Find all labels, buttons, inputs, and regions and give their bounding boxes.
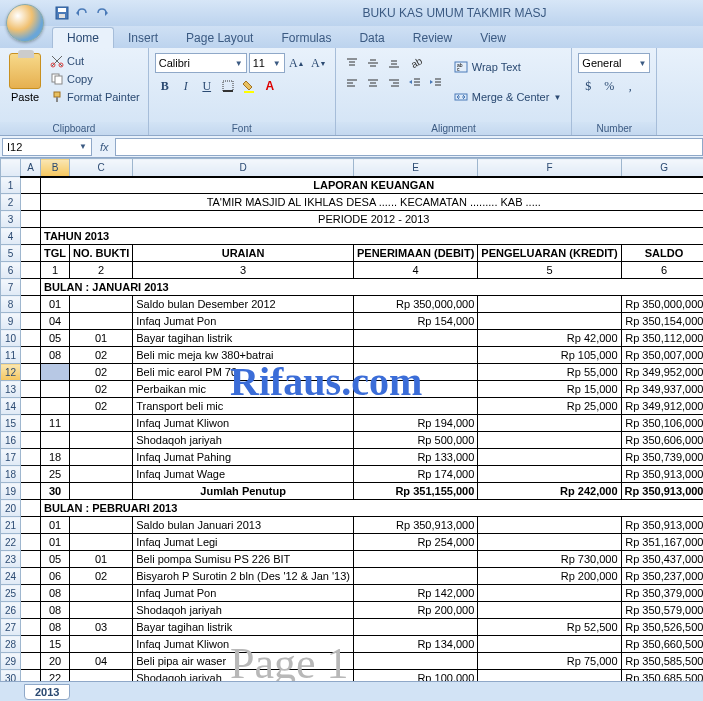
cell-A30[interactable] bbox=[21, 670, 41, 682]
cell-G25[interactable]: Rp 350,379,000 bbox=[621, 585, 703, 602]
cell-C29[interactable]: 04 bbox=[70, 653, 133, 670]
tab-view[interactable]: View bbox=[466, 28, 520, 48]
cell-G30[interactable]: Rp 350,685,500 bbox=[621, 670, 703, 682]
row-header-22[interactable]: 22 bbox=[1, 534, 21, 551]
row-header-5[interactable]: 5 bbox=[1, 245, 21, 262]
shrink-font-button[interactable]: A▼ bbox=[309, 53, 329, 73]
undo-icon[interactable] bbox=[74, 5, 90, 21]
row-header-20[interactable]: 20 bbox=[1, 500, 21, 517]
cell-F16[interactable] bbox=[478, 432, 621, 449]
paste-button[interactable]: Paste bbox=[6, 51, 44, 103]
row-header-3[interactable]: 3 bbox=[1, 211, 21, 228]
cell-A3[interactable] bbox=[21, 211, 41, 228]
cell-B8[interactable]: 01 bbox=[41, 296, 70, 313]
cell-F15[interactable] bbox=[478, 415, 621, 432]
cell-D6[interactable]: 3 bbox=[133, 262, 354, 279]
save-icon[interactable] bbox=[54, 5, 70, 21]
cell-C12[interactable]: 02 bbox=[70, 364, 133, 381]
cell-F19[interactable]: Rp 242,000 bbox=[478, 483, 621, 500]
tab-page-layout[interactable]: Page Layout bbox=[172, 28, 267, 48]
cell-E22[interactable]: Rp 254,000 bbox=[353, 534, 477, 551]
cell-A1[interactable] bbox=[21, 177, 41, 194]
cell-A10[interactable] bbox=[21, 330, 41, 347]
cell-A16[interactable] bbox=[21, 432, 41, 449]
cell-E12[interactable] bbox=[353, 364, 477, 381]
cell-E14[interactable] bbox=[353, 398, 477, 415]
row-header-21[interactable]: 21 bbox=[1, 517, 21, 534]
row-header-17[interactable]: 17 bbox=[1, 449, 21, 466]
cell-G21[interactable]: Rp 350,913,000 bbox=[621, 517, 703, 534]
row-header-1[interactable]: 1 bbox=[1, 177, 21, 194]
grow-font-button[interactable]: A▲ bbox=[287, 53, 307, 73]
cell-B26[interactable]: 08 bbox=[41, 602, 70, 619]
row-header-10[interactable]: 10 bbox=[1, 330, 21, 347]
cell-F21[interactable] bbox=[478, 517, 621, 534]
cell-C19[interactable] bbox=[70, 483, 133, 500]
cell-B22[interactable]: 01 bbox=[41, 534, 70, 551]
cell-E15[interactable]: Rp 194,000 bbox=[353, 415, 477, 432]
cell-E25[interactable]: Rp 142,000 bbox=[353, 585, 477, 602]
align-left-button[interactable] bbox=[342, 73, 362, 93]
cell-B16[interactable] bbox=[41, 432, 70, 449]
cell-A23[interactable] bbox=[21, 551, 41, 568]
cell-A29[interactable] bbox=[21, 653, 41, 670]
cell-C18[interactable] bbox=[70, 466, 133, 483]
cell-E17[interactable]: Rp 133,000 bbox=[353, 449, 477, 466]
row-header-2[interactable]: 2 bbox=[1, 194, 21, 211]
cell-C30[interactable] bbox=[70, 670, 133, 682]
cell-C21[interactable] bbox=[70, 517, 133, 534]
cell-G5[interactable]: SALDO bbox=[621, 245, 703, 262]
decrease-indent-button[interactable] bbox=[405, 73, 425, 93]
align-middle-button[interactable] bbox=[363, 53, 383, 73]
font-color-button[interactable]: A bbox=[260, 76, 280, 96]
cell-B2[interactable]: TA'MIR MASJID AL IKHLAS DESA ...... KECA… bbox=[41, 194, 704, 211]
align-right-button[interactable] bbox=[384, 73, 404, 93]
cell-B21[interactable]: 01 bbox=[41, 517, 70, 534]
row-header-4[interactable]: 4 bbox=[1, 228, 21, 245]
cell-C14[interactable]: 02 bbox=[70, 398, 133, 415]
name-box[interactable]: I12▼ bbox=[2, 138, 92, 156]
cell-D26[interactable]: Shodaqoh jariyah bbox=[133, 602, 354, 619]
row-header-30[interactable]: 30 bbox=[1, 670, 21, 682]
row-header-12[interactable]: 12 bbox=[1, 364, 21, 381]
row-header-26[interactable]: 26 bbox=[1, 602, 21, 619]
row-header-8[interactable]: 8 bbox=[1, 296, 21, 313]
cell-A27[interactable] bbox=[21, 619, 41, 636]
redo-icon[interactable] bbox=[94, 5, 110, 21]
wrap-text-button[interactable]: abcWrap Text bbox=[450, 53, 566, 81]
cell-E23[interactable] bbox=[353, 551, 477, 568]
cell-E13[interactable] bbox=[353, 381, 477, 398]
cell-F26[interactable] bbox=[478, 602, 621, 619]
row-header-15[interactable]: 15 bbox=[1, 415, 21, 432]
cell-E10[interactable] bbox=[353, 330, 477, 347]
col-header-B[interactable]: B bbox=[41, 159, 70, 177]
cell-D27[interactable]: Bayar tagihan listrik bbox=[133, 619, 354, 636]
cell-G6[interactable]: 6 bbox=[621, 262, 703, 279]
cell-F13[interactable]: Rp 15,000 bbox=[478, 381, 621, 398]
cell-D17[interactable]: Infaq Jumat Pahing bbox=[133, 449, 354, 466]
cell-G17[interactable]: Rp 350,739,000 bbox=[621, 449, 703, 466]
cell-F9[interactable] bbox=[478, 313, 621, 330]
cell-B17[interactable]: 18 bbox=[41, 449, 70, 466]
cell-A21[interactable] bbox=[21, 517, 41, 534]
cell-A8[interactable] bbox=[21, 296, 41, 313]
cell-D29[interactable]: Beli pipa air waser bbox=[133, 653, 354, 670]
cell-D5[interactable]: URAIAN bbox=[133, 245, 354, 262]
underline-button[interactable]: U bbox=[197, 76, 217, 96]
cell-A2[interactable] bbox=[21, 194, 41, 211]
cell-B10[interactable]: 05 bbox=[41, 330, 70, 347]
cell-A5[interactable] bbox=[21, 245, 41, 262]
cell-C15[interactable] bbox=[70, 415, 133, 432]
merge-center-button[interactable]: Merge & Center ▼ bbox=[450, 83, 566, 111]
cell-B20[interactable]: BULAN : PEBRUARI 2013 bbox=[41, 500, 704, 517]
cell-F12[interactable]: Rp 55,000 bbox=[478, 364, 621, 381]
cell-G18[interactable]: Rp 350,913,000 bbox=[621, 466, 703, 483]
cell-G9[interactable]: Rp 350,154,000 bbox=[621, 313, 703, 330]
cell-C11[interactable]: 02 bbox=[70, 347, 133, 364]
row-header-9[interactable]: 9 bbox=[1, 313, 21, 330]
row-header-25[interactable]: 25 bbox=[1, 585, 21, 602]
tab-formulas[interactable]: Formulas bbox=[267, 28, 345, 48]
cell-D25[interactable]: Infaq Jumat Pon bbox=[133, 585, 354, 602]
cell-B5[interactable]: TGL bbox=[41, 245, 70, 262]
cut-button[interactable]: Cut bbox=[48, 53, 142, 69]
